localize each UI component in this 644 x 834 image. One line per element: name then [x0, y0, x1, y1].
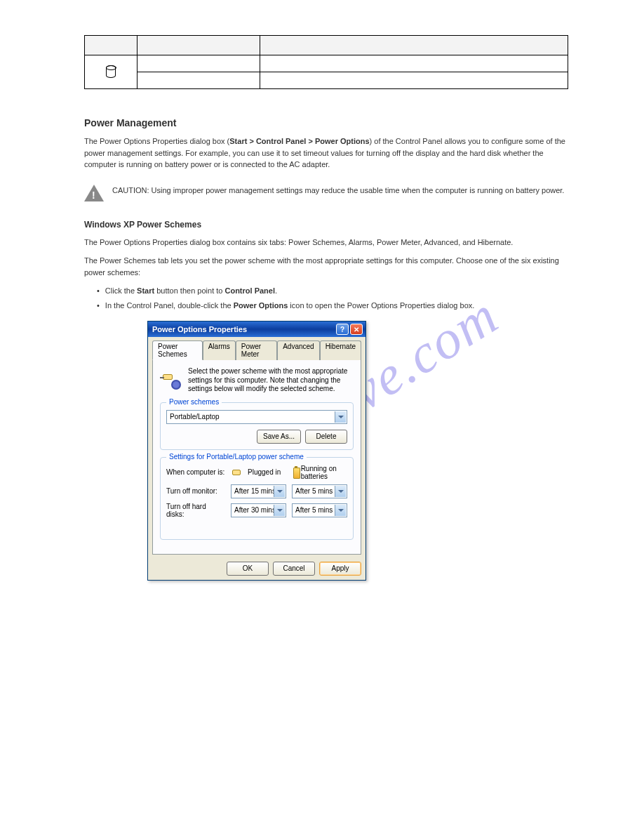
paragraph: The Power Options Properties dialog box …: [84, 135, 568, 171]
paragraph: The Power Options Properties dialog box …: [84, 237, 568, 249]
apply-button[interactable]: Apply: [319, 562, 361, 576]
section-title-schemes: Windows XP Power Schemes: [84, 220, 568, 230]
battery-icon: [292, 466, 298, 479]
paragraph: The Power Schemes tab lets you set the p…: [84, 255, 568, 278]
table-header-row: [85, 36, 568, 55]
hdd-row-label: Turn off hard disks:: [166, 503, 225, 518]
select-value: After 30 mins: [234, 506, 276, 514]
select-value: After 5 mins: [295, 506, 333, 514]
intro-text: Select the power scheme with the most ap…: [188, 367, 354, 394]
tab-strip: Power Schemes Alarms Power Meter Advance…: [148, 337, 365, 359]
fieldset-legend: Power schemes: [166, 398, 222, 406]
text: The Power Options Properties dialog box …: [84, 137, 229, 145]
text: .: [275, 286, 277, 295]
ok-button[interactable]: OK: [227, 562, 269, 576]
list-item: • Click the Start button then point to C…: [97, 285, 568, 297]
scheme-select[interactable]: Portable/Laptop: [166, 410, 347, 424]
warning-text: CAUTION: Using improper power management…: [112, 185, 564, 197]
monitor-row-label: Turn off monitor:: [166, 487, 225, 495]
text: button then point to: [154, 286, 224, 295]
warning-block: CAUTION: Using improper power management…: [84, 185, 568, 201]
plug-icon: [231, 467, 245, 478]
help-button[interactable]: ?: [336, 324, 349, 335]
titlebar[interactable]: Power Options Properties ? ✕: [148, 322, 365, 337]
table-row: [85, 55, 568, 72]
tab-power-schemes[interactable]: Power Schemes: [152, 340, 203, 360]
plugged-in-header: Plugged in: [231, 467, 286, 478]
text: Click the: [105, 286, 137, 295]
table-header-2: [137, 36, 260, 55]
bullet-dot: •: [97, 300, 100, 312]
chevron-down-icon: [335, 486, 346, 497]
table-header-icon: [85, 36, 137, 55]
path-text: Start > Control Panel > Power Options: [229, 137, 369, 145]
list-item: • In the Control Panel, double-click the…: [97, 300, 568, 312]
tab-power-meter[interactable]: Power Meter: [236, 340, 277, 360]
select-value: After 15 mins: [234, 487, 276, 495]
fieldset-power-schemes: Power schemes Portable/Laptop Save As...…: [160, 402, 354, 450]
fieldset-settings: Settings for Portable/Laptop power schem…: [160, 457, 354, 540]
table-cell: [137, 72, 260, 89]
table-icon-cell: [85, 55, 137, 89]
chevron-down-icon: [335, 505, 346, 516]
hdd-plugged-select[interactable]: After 30 mins: [231, 503, 286, 517]
table-header-3: [260, 36, 568, 55]
bullet-dot: •: [97, 285, 100, 297]
text-bold: Start: [137, 286, 154, 295]
table-cell: [137, 55, 260, 72]
chevron-down-icon: [274, 486, 285, 497]
scheme-value: Portable/Laptop: [170, 413, 220, 421]
hdd-icon: [106, 65, 116, 78]
section-title-power-mgmt: Power Management: [84, 117, 568, 128]
tab-alarms[interactable]: Alarms: [203, 340, 236, 360]
hdd-battery-select[interactable]: After 5 mins: [292, 503, 347, 517]
save-as-button[interactable]: Save As...: [257, 430, 301, 444]
select-value: After 5 mins: [295, 487, 333, 495]
dialog-footer: OK Cancel Apply: [148, 557, 365, 580]
fieldset-legend: Settings for Portable/Laptop power schem…: [166, 453, 307, 461]
intro-row: Select the power scheme with the most ap…: [160, 367, 354, 394]
page-content: Power Management The Power Options Prope…: [84, 35, 568, 581]
text: icon to open the Power Options Propertie…: [288, 301, 474, 310]
settings-grid: When computer is: Plugged in Running on …: [166, 465, 347, 518]
tab-advanced[interactable]: Advanced: [277, 340, 319, 360]
text: In the Control Panel, double-click the: [105, 301, 234, 310]
text-bold: Control Panel: [224, 286, 275, 295]
monitor-battery-select[interactable]: After 5 mins: [292, 484, 347, 498]
power-options-dialog: Power Options Properties ? ✕ Power Schem…: [147, 321, 366, 581]
table-cell: [260, 55, 568, 72]
close-button[interactable]: ✕: [350, 324, 363, 335]
bullet-text: Click the Start button then point to Con…: [105, 285, 277, 297]
delete-button[interactable]: Delete: [305, 430, 347, 444]
chevron-down-icon: [335, 411, 346, 423]
monitor-plugged-select[interactable]: After 15 mins: [231, 484, 286, 498]
power-scheme-icon: [160, 367, 182, 390]
plugged-label: Plugged in: [248, 468, 281, 476]
warning-icon: [84, 185, 104, 201]
battery-header: Running on batteries: [292, 465, 347, 480]
bullet-text: In the Control Panel, double-click the P…: [105, 300, 474, 312]
icon-table: [84, 35, 568, 89]
table-cell: [260, 72, 568, 89]
tab-hibernate[interactable]: Hibernate: [320, 340, 361, 360]
dialog-screenshot: Power Options Properties ? ✕ Power Schem…: [147, 321, 568, 581]
tab-body: Select the power scheme with the most ap…: [152, 359, 361, 555]
table-row: [85, 72, 568, 89]
text-bold: Power Options: [234, 301, 288, 310]
battery-label: Running on batteries: [301, 465, 347, 480]
when-label: When computer is:: [166, 468, 225, 476]
cancel-button[interactable]: Cancel: [273, 562, 315, 576]
chevron-down-icon: [274, 505, 285, 516]
titlebar-title: Power Options Properties: [152, 325, 247, 333]
